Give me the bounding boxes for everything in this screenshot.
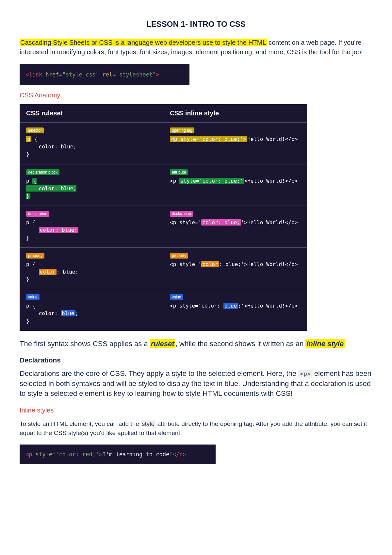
intro-highlight: Cascading Style Sheets or CSS is a langu… bbox=[20, 39, 267, 46]
tag-link: link bbox=[29, 71, 42, 78]
anatomy-cell-right: declaration<p style='color: blue;'>Hello… bbox=[163, 206, 307, 247]
anatomy-code-right: <p style='color: blue;'>Hello World!</p> bbox=[170, 135, 301, 143]
decl-p1: Declarations are the core of CSS. They a… bbox=[20, 369, 298, 378]
angle-close: > bbox=[156, 71, 159, 78]
c2-f: I'm learning to code! bbox=[102, 451, 172, 458]
attr-rel: rel= bbox=[99, 71, 116, 78]
anatomy-cell-right: value<p style='color: blue;'>Hello World… bbox=[163, 289, 307, 331]
anatomy-badge: selector bbox=[26, 127, 44, 133]
anatomy-badge: property bbox=[170, 253, 188, 259]
p-tag-code: <p> bbox=[298, 370, 312, 378]
anatomy-row: valuep { color: blue; }value<p style='co… bbox=[20, 289, 307, 331]
anatomy-badge: declaration bbox=[170, 211, 193, 217]
val-rel: "stylesheet" bbox=[116, 71, 156, 78]
c2-g: </ bbox=[172, 451, 179, 458]
anatomy-badge: property bbox=[26, 253, 44, 259]
intro-paragraph: Cascading Style Sheets or CSS is a langu… bbox=[20, 38, 372, 57]
anatomy-cell-left: declaration blockp { color: blue; } bbox=[20, 164, 163, 206]
inline-style-highlight: inline style bbox=[305, 339, 345, 348]
anatomy-header-left: CSS ruleset bbox=[20, 104, 163, 122]
css-anatomy-table: CSS ruleset CSS inline style selectorp {… bbox=[20, 104, 307, 331]
anatomy-badge: attribute bbox=[170, 169, 188, 175]
lesson-title: LESSON 1- INTRO TO CSS bbox=[20, 20, 372, 29]
c2-e: > bbox=[99, 451, 102, 458]
c2-b: p bbox=[29, 451, 35, 458]
syntax-explanation: The first syntax shows CSS applies as a … bbox=[20, 339, 372, 349]
anatomy-badge: value bbox=[26, 294, 40, 300]
anatomy-cell-right: opening tag<p style='color: blue;'>Hello… bbox=[163, 123, 307, 164]
c2-i: > bbox=[183, 451, 186, 458]
anatomy-badge: declaration block bbox=[26, 169, 59, 175]
anatomy-code-left: p { color: blue; } bbox=[26, 261, 157, 283]
c2-h: p bbox=[179, 451, 183, 458]
syntax-p2: , while the second shows it written as a… bbox=[175, 340, 306, 348]
anatomy-row: declaration blockp { color: blue; }attri… bbox=[20, 164, 307, 206]
anatomy-code-left: p { color: blue; } bbox=[26, 135, 157, 158]
anatomy-row: declarationp { color: blue; }declaration… bbox=[20, 206, 307, 248]
syntax-p1: The first syntax shows CSS applies as a bbox=[20, 340, 150, 348]
style-attribute-word: style bbox=[141, 420, 155, 427]
anatomy-badge: value bbox=[170, 294, 183, 300]
anatomy-cell-left: propertyp { color: blue; } bbox=[20, 248, 163, 289]
anatomy-code-left: p { color: blue; } bbox=[26, 219, 157, 242]
anatomy-header-right: CSS inline style bbox=[163, 104, 307, 122]
anatomy-code-right: <p style='color: blue;'>Hello World!</p> bbox=[170, 219, 301, 226]
ruleset-highlight: ruleset bbox=[150, 339, 175, 348]
anatomy-cell-left: declarationp { color: blue; } bbox=[20, 206, 163, 247]
space bbox=[42, 71, 45, 78]
anatomy-code-right: <p style='color: blue;'>Hello World!</p> bbox=[170, 302, 301, 310]
declarations-paragraph: Declarations are the core of CSS. They a… bbox=[20, 369, 372, 399]
anatomy-header-row: CSS ruleset CSS inline style bbox=[20, 104, 307, 123]
anatomy-cell-left: valuep { color: blue; } bbox=[20, 289, 163, 331]
css-anatomy-heading: CSS Anatomy bbox=[20, 92, 372, 99]
anatomy-cell-right: property<p style='color: blue;'>Hello Wo… bbox=[163, 248, 307, 289]
c2-a: < bbox=[25, 451, 29, 458]
angle-open: < bbox=[25, 71, 29, 78]
c2-c: style= bbox=[36, 451, 56, 458]
c2-d: 'color: red;' bbox=[56, 451, 99, 458]
inline-p1: To style an HTML element, you can add th… bbox=[20, 420, 141, 427]
anatomy-code-right: <p style='color: blue;'>Hello World!</p> bbox=[170, 261, 301, 268]
anatomy-cell-left: selectorp { color: blue; } bbox=[20, 123, 163, 164]
anatomy-code-left: p { color: blue; } bbox=[26, 177, 157, 200]
declarations-heading: Declarations bbox=[20, 356, 372, 364]
anatomy-badge: declaration bbox=[26, 211, 49, 217]
inline-styles-heading: Inline styles bbox=[20, 407, 372, 414]
anatomy-row: selectorp { color: blue; }opening tag<p … bbox=[20, 123, 307, 164]
attr-href: href= bbox=[45, 71, 62, 78]
anatomy-code-left: p { color: blue; } bbox=[26, 302, 157, 325]
val-href: "style.css" bbox=[62, 71, 99, 78]
anatomy-code-right: <p style='color: blue;'>Hello World!</p> bbox=[170, 177, 301, 185]
anatomy-row: propertyp { color: blue; }property<p sty… bbox=[20, 248, 307, 290]
inline-styles-paragraph: To style an HTML element, you can add th… bbox=[20, 419, 372, 437]
code-link-stylesheet: <link href="style.css" rel="stylesheet"> bbox=[20, 64, 189, 85]
anatomy-cell-right: attribute<p style='color: blue;'>Hello W… bbox=[163, 164, 307, 206]
code-inline-style-example: <p style='color: red;'>I'm learning to c… bbox=[20, 445, 216, 464]
anatomy-badge: opening tag bbox=[170, 127, 194, 133]
